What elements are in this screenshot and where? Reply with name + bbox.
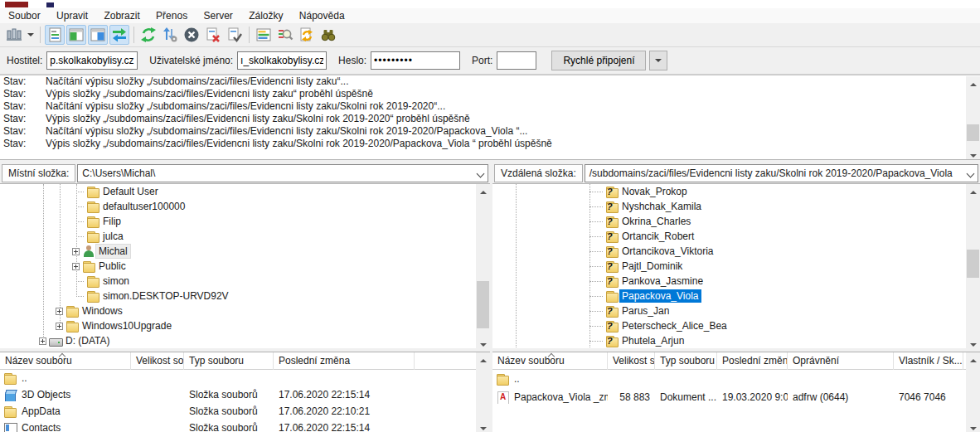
file-row[interactable]: Papackova_Viola _zm... 58 883 Dokument .… bbox=[492, 388, 980, 406]
log-message: Načítání výpisu složky „/subdomains/zaci… bbox=[46, 125, 527, 137]
folder-icon bbox=[3, 405, 17, 418]
scroll-down-icon[interactable] bbox=[966, 148, 980, 160]
folder-question-icon bbox=[605, 231, 619, 243]
chevron-down-icon[interactable] bbox=[967, 169, 975, 177]
dropdown-arrow-icon bbox=[27, 33, 34, 40]
synchronized-browsing-button[interactable] bbox=[297, 25, 317, 45]
expander-plus-icon[interactable] bbox=[72, 263, 80, 270]
filter-button[interactable] bbox=[254, 25, 274, 45]
column-header-owner[interactable]: Vlastník / Sk... bbox=[894, 352, 963, 370]
menu-zobrazit[interactable]: Zobrazit bbox=[97, 8, 146, 23]
cancel-button[interactable] bbox=[182, 25, 201, 45]
remote-tree-item[interactable]: Ortancik_Robert bbox=[492, 229, 980, 244]
local-tree-item[interactable]: defaultuser100000 bbox=[0, 199, 490, 214]
disconnect-button[interactable] bbox=[203, 25, 223, 45]
remote-tree-item[interactable]: Okrina_Charles bbox=[492, 214, 980, 229]
local-list-scrollbar[interactable] bbox=[476, 352, 490, 432]
remote-tree-item[interactable]: Phutela_Arjun bbox=[492, 333, 980, 348]
scroll-up-icon[interactable] bbox=[476, 352, 490, 365]
remote-tree-item[interactable]: Parus_Jan bbox=[492, 303, 980, 318]
log-scrollbar[interactable] bbox=[966, 76, 980, 160]
reconnect-button[interactable] bbox=[225, 25, 245, 45]
folder-question-icon bbox=[605, 335, 619, 347]
local-tree-item-michal[interactable]: Michal bbox=[0, 244, 490, 259]
column-header-size[interactable]: Velikost so... bbox=[131, 352, 184, 370]
local-tree-item[interactable]: Windows bbox=[0, 303, 490, 318]
scroll-up-icon[interactable] bbox=[966, 352, 980, 365]
file-row-parent[interactable]: .. bbox=[0, 370, 490, 386]
expander-plus-icon[interactable] bbox=[56, 323, 63, 330]
column-header-size[interactable]: Velikost s... bbox=[608, 352, 655, 370]
username-input[interactable] bbox=[237, 51, 327, 70]
scroll-down-icon[interactable] bbox=[966, 420, 980, 432]
directory-comparison-button[interactable] bbox=[275, 25, 295, 45]
menu-prenos[interactable]: Přenos bbox=[149, 8, 194, 23]
scrollbar-thumb[interactable] bbox=[967, 124, 979, 141]
folder-icon bbox=[86, 186, 100, 198]
column-header-type[interactable]: Typ souboru bbox=[184, 352, 274, 370]
local-tree-item[interactable]: Default User bbox=[0, 184, 490, 199]
column-header-type[interactable]: Typ souboru bbox=[655, 352, 717, 370]
find-files-button[interactable] bbox=[318, 25, 338, 45]
local-list-header: Název souboru Velikost so... Typ souboru… bbox=[0, 352, 490, 370]
local-tree-item[interactable]: D: (DATA) bbox=[0, 333, 490, 348]
file-row[interactable]: AppData Složka souborů 17.06.2020 22:10:… bbox=[0, 403, 490, 420]
column-header-modified[interactable]: Poslední změna bbox=[717, 352, 788, 370]
remote-tree-item[interactable]: Pajtl_Dominik bbox=[492, 259, 980, 274]
file-row[interactable]: Contacts Složka souborů 17.06.2020 22:15… bbox=[0, 420, 490, 432]
column-header-name[interactable]: Název souboru bbox=[0, 352, 131, 370]
expander-plus-icon[interactable] bbox=[72, 248, 80, 255]
site-manager-dropdown[interactable] bbox=[25, 25, 36, 45]
local-tree-item[interactable]: simon bbox=[0, 274, 490, 289]
refresh-button[interactable] bbox=[138, 25, 158, 45]
file-row-parent[interactable]: .. bbox=[492, 370, 980, 388]
log-message: Výpis složky „/subdomains/zaci/files/Evi… bbox=[46, 113, 470, 124]
site-manager-button[interactable] bbox=[4, 25, 24, 45]
file-row[interactable]: 3D Objects Složka souborů 17.06.2020 22:… bbox=[0, 386, 490, 403]
remote-list-scrollbar[interactable] bbox=[966, 352, 980, 432]
quickconnect-dropdown[interactable] bbox=[649, 51, 667, 70]
local-tree-item[interactable]: simon.DESKTOP-URVD92V bbox=[0, 289, 490, 303]
remote-path-combobox[interactable]: /subdomains/zaci/files/Evidencni listy z… bbox=[585, 164, 978, 182]
password-input[interactable] bbox=[371, 51, 460, 70]
toolbar-separator bbox=[133, 27, 134, 43]
quickconnect-bar: Hostitel: Uživatelské jméno: Heslo: Port… bbox=[0, 47, 980, 75]
process-queue-button[interactable] bbox=[160, 25, 180, 45]
folder-icon bbox=[86, 201, 100, 213]
local-tree-item[interactable]: Windows10Upgrade bbox=[0, 318, 490, 333]
local-tree-item[interactable]: julca bbox=[0, 229, 490, 244]
expander-plus-icon[interactable] bbox=[56, 308, 63, 315]
menu-server[interactable]: Server bbox=[196, 8, 239, 23]
toggle-local-tree-button[interactable] bbox=[66, 25, 86, 45]
remote-tree-item[interactable]: Nyshchak_Kamila bbox=[492, 199, 980, 214]
password-label: Heslo: bbox=[338, 55, 366, 66]
folder-question-icon bbox=[605, 201, 619, 213]
menu-soubor[interactable]: Soubor bbox=[2, 8, 47, 23]
menu-napoveda[interactable]: Nápověda bbox=[293, 8, 352, 23]
toggle-transfer-queue-button[interactable] bbox=[109, 25, 129, 45]
remote-tree-item[interactable]: Pankova_Jasmine bbox=[492, 274, 980, 289]
chevron-down-icon[interactable] bbox=[477, 169, 485, 177]
quickconnect-button[interactable]: Rychlé připojení bbox=[551, 51, 646, 70]
remote-tree-item[interactable]: Peterscheck_Alice_Bea bbox=[492, 318, 980, 333]
remote-tree-item-selected[interactable]: Papackova_Viola bbox=[492, 289, 980, 303]
port-input[interactable] bbox=[497, 51, 536, 70]
expander-plus-icon[interactable] bbox=[39, 337, 46, 345]
toggle-remote-tree-button[interactable] bbox=[88, 25, 108, 45]
local-tree-item[interactable]: Public bbox=[0, 259, 490, 274]
toggle-message-log-button[interactable] bbox=[45, 25, 65, 45]
remote-tree-item[interactable]: Ortancikova_Viktoria bbox=[492, 244, 980, 259]
local-path-combobox[interactable]: C:\Users\Michal\ bbox=[77, 164, 488, 182]
scroll-up-icon[interactable] bbox=[966, 76, 980, 89]
titlebar-partial bbox=[0, 0, 980, 8]
remote-tree-item[interactable]: Novak_Prokop bbox=[492, 184, 980, 199]
scroll-down-icon[interactable] bbox=[476, 420, 490, 432]
menu-zalozky[interactable]: Záložky bbox=[242, 8, 289, 23]
column-header-modified[interactable]: Poslední změna bbox=[274, 352, 415, 370]
synchronized-browsing-icon bbox=[298, 27, 315, 43]
menu-bar: Soubor Upravit Zobrazit Přenos Server Zá… bbox=[0, 8, 980, 23]
menu-upravit[interactable]: Upravit bbox=[50, 8, 95, 23]
local-tree-item[interactable]: Filip bbox=[0, 214, 490, 229]
column-header-permissions[interactable]: Oprávnění bbox=[788, 352, 894, 370]
host-input[interactable] bbox=[46, 51, 138, 70]
